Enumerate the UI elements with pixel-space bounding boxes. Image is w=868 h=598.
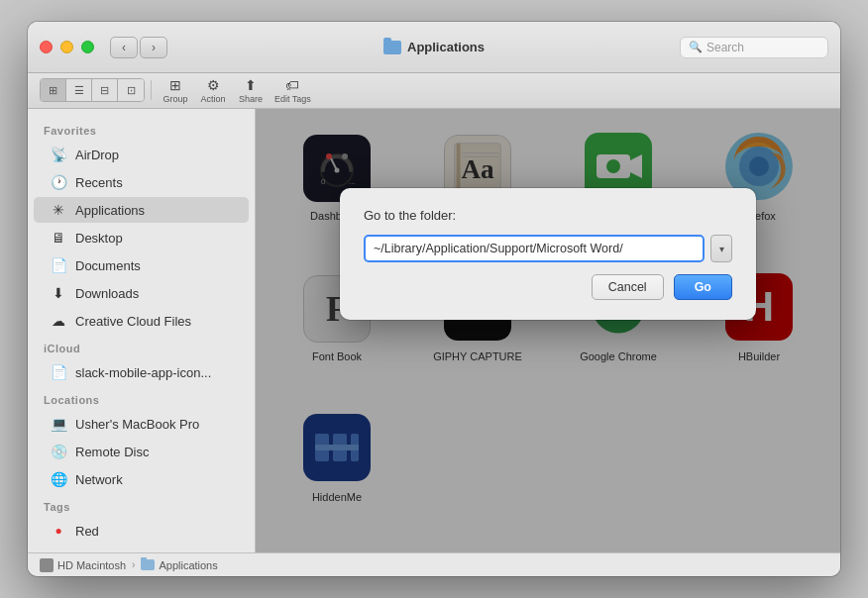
back-button[interactable]: ‹	[110, 37, 138, 58]
downloads-label: Downloads	[75, 286, 139, 301]
modal-title: Go to the folder:	[364, 208, 732, 223]
maximize-button[interactable]	[81, 41, 94, 53]
content-area: 0 ... Dashboard	[256, 109, 840, 552]
breadcrumb-folder-icon	[141, 559, 155, 570]
sidebar: Favorites 📡 AirDrop 🕐 Recents ✳ Applicat…	[28, 109, 256, 552]
hd-label: HD Macintosh	[57, 559, 126, 571]
icloud-label: iCloud	[28, 335, 255, 358]
nav-buttons: ‹ ›	[110, 37, 167, 58]
share-icon: ⬆	[245, 77, 257, 93]
tags-label: Tags	[28, 493, 255, 517]
edit-tags-label: Edit Tags	[274, 94, 311, 104]
laptop-icon: 💻	[50, 415, 67, 433]
cloud-icon: ☁	[50, 312, 67, 330]
sidebar-item-downloads[interactable]: ⬇ Downloads	[34, 280, 249, 306]
remote-disc-label: Remote Disc	[75, 445, 149, 459]
search-icon: 🔍	[689, 41, 703, 53]
creative-cloud-label: Creative Cloud Files	[75, 314, 191, 329]
group-button[interactable]: ⊞ Group	[158, 74, 193, 106]
goto-folder-modal: Go to the folder: ▾ Cancel Go	[340, 188, 756, 320]
traffic-lights	[40, 41, 94, 53]
sidebar-item-documents[interactable]: 📄 Documents	[34, 252, 249, 278]
recents-label: Recents	[75, 175, 123, 190]
disc-icon: 💿	[50, 443, 67, 460]
macbook-label: Usher's MacBook Pro	[75, 417, 199, 432]
file-icon: 📄	[50, 363, 67, 381]
recents-icon: 🕐	[50, 173, 67, 191]
sidebar-item-macbook[interactable]: 💻 Usher's MacBook Pro	[34, 411, 249, 437]
red-tag-icon: ●	[50, 522, 67, 540]
go-button[interactable]: Go	[674, 274, 732, 300]
toolbar-row2: ⊞ ☰ ⊟ ⊡ ⊞ Group ⚙ Action ⬆ Share 🏷 Edit …	[28, 73, 840, 109]
group-label: Group	[163, 94, 187, 104]
modal-overlay: Go to the folder: ▾ Cancel Go	[256, 109, 840, 552]
sidebar-item-airdrop[interactable]: 📡 AirDrop	[34, 142, 249, 167]
search-box[interactable]: 🔍 Search	[680, 37, 828, 58]
folder-icon	[383, 41, 401, 54]
finder-window: ‹ › Applications 🔍 Search ⊞ ☰ ⊟ ⊡	[28, 22, 840, 576]
view-list-btn[interactable]: ☰	[66, 79, 92, 101]
edit-tags-button[interactable]: 🏷 Edit Tags	[271, 74, 315, 106]
window-title: Applications	[407, 40, 485, 54]
share-label: Share	[239, 94, 263, 104]
downloads-icon: ⬇	[50, 284, 67, 302]
title-area: Applications	[383, 40, 485, 54]
group-icon: ⊞	[169, 77, 181, 93]
sidebar-item-network[interactable]: 🌐 Network	[34, 466, 249, 492]
toolbar-tools: ⊞ ☰ ⊟ ⊡ ⊞ Group ⚙ Action ⬆ Share 🏷 Edit …	[40, 74, 315, 106]
red-tag-label: Red	[75, 524, 99, 539]
view-columns-btn[interactable]: ⊟	[92, 79, 118, 101]
desktop-label: Desktop	[75, 231, 123, 246]
hd-icon	[40, 558, 54, 572]
breadcrumb-hd[interactable]: HD Macintosh	[40, 558, 126, 572]
documents-label: Documents	[75, 258, 141, 273]
toolbar-right: 🔍 Search	[680, 37, 828, 58]
titlebar: ‹ › Applications 🔍 Search	[28, 22, 840, 73]
favorites-label: Favorites	[28, 117, 255, 141]
forward-button[interactable]: ›	[140, 37, 167, 58]
sidebar-item-desktop[interactable]: 🖥 Desktop	[34, 225, 249, 250]
view-gallery-btn[interactable]: ⊡	[118, 79, 144, 101]
network-label: Network	[75, 472, 123, 487]
cancel-button[interactable]: Cancel	[592, 274, 664, 300]
separator	[151, 80, 152, 100]
tag-icon: 🏷	[285, 77, 299, 93]
sidebar-item-applications[interactable]: ✳ Applications	[34, 197, 249, 223]
sidebar-item-creative-cloud[interactable]: ☁ Creative Cloud Files	[34, 308, 249, 334]
airdrop-icon: 📡	[50, 146, 67, 163]
sidebar-item-recents[interactable]: 🕐 Recents	[34, 169, 249, 195]
network-icon: 🌐	[50, 470, 67, 488]
action-label: Action	[200, 94, 225, 104]
view-buttons: ⊞ ☰ ⊟ ⊡	[40, 78, 145, 102]
breadcrumb-separator: ›	[132, 559, 135, 570]
documents-icon: 📄	[50, 256, 67, 274]
main-area: Favorites 📡 AirDrop 🕐 Recents ✳ Applicat…	[28, 109, 840, 552]
minimize-button[interactable]	[60, 41, 73, 53]
applications-icon: ✳	[50, 201, 67, 219]
action-icon: ⚙	[207, 77, 220, 93]
locations-label: Locations	[28, 386, 255, 410]
action-button[interactable]: ⚙ Action	[195, 74, 231, 106]
slack-label: slack-mobile-app-icon...	[75, 365, 211, 380]
sidebar-item-slack[interactable]: 📄 slack-mobile-app-icon...	[34, 359, 249, 385]
search-placeholder: Search	[706, 41, 744, 54]
modal-buttons: Cancel Go	[364, 274, 732, 300]
airdrop-label: AirDrop	[75, 148, 119, 162]
path-dropdown-button[interactable]: ▾	[710, 235, 732, 262]
breadcrumb-applications[interactable]: Applications	[141, 559, 217, 571]
share-button[interactable]: ⬆ Share	[233, 74, 269, 106]
modal-input-row: ▾	[364, 235, 732, 262]
folder-path-input[interactable]	[364, 235, 705, 262]
desktop-icon: 🖥	[50, 229, 67, 247]
statusbar: HD Macintosh › Applications	[28, 552, 840, 576]
sidebar-item-red-tag[interactable]: ● Red	[34, 518, 249, 544]
applications-breadcrumb-label: Applications	[159, 559, 217, 571]
close-button[interactable]	[40, 41, 53, 53]
view-icon-btn[interactable]: ⊞	[41, 79, 66, 101]
applications-label: Applications	[75, 203, 145, 218]
sidebar-item-remote-disc[interactable]: 💿 Remote Disc	[34, 439, 249, 464]
